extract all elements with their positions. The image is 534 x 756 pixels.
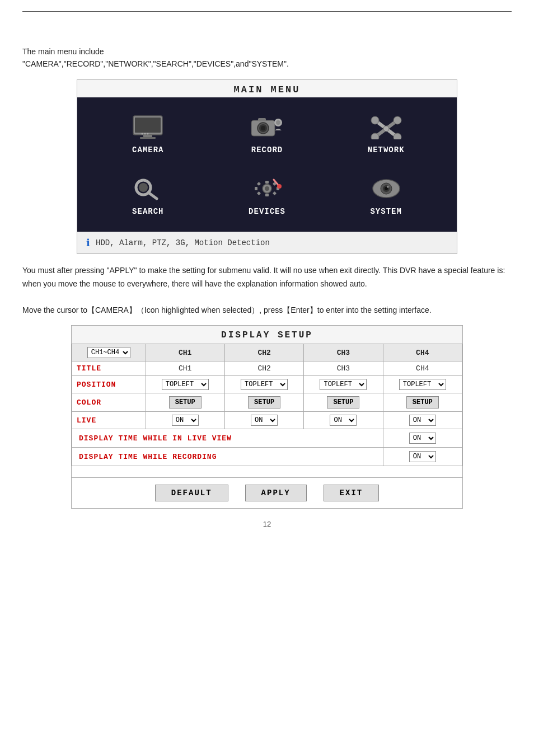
col-ch1: CH1 (146, 344, 224, 361)
pos-ch2[interactable]: TOPLEFTTOPRIGHTBOTLEFTBOTRIGHT (224, 376, 303, 393)
record-icon (249, 113, 285, 141)
svg-rect-33 (273, 191, 277, 195)
svg-rect-2 (143, 135, 152, 137)
pos-ch4[interactable]: TOPLEFTTOPRIGHTBOTLEFTBOTRIGHT (383, 376, 462, 393)
spacer-row (72, 466, 462, 477)
display-time-rec-select[interactable]: ONOFF (409, 451, 436, 462)
svg-point-17 (394, 116, 401, 124)
position-label: POSITION (72, 376, 146, 393)
network-icon (368, 113, 404, 141)
svg-rect-11 (258, 118, 266, 121)
live-row: LIVE ONOFF ONOFF ONOFF (72, 412, 462, 429)
col-ch2: CH2 (224, 344, 303, 361)
svg-rect-30 (257, 182, 261, 186)
camera-intro: Move the cursor to【CAMERA】（Icon highligh… (22, 304, 512, 317)
svg-point-6 (147, 133, 149, 134)
col-ch4: CH4 (383, 344, 462, 361)
system-label: SYSTEM (370, 207, 401, 216)
setup-footer: DEFAULT APPLY EXIT (72, 477, 462, 508)
pos-ch3-select[interactable]: TOPLEFTTOPRIGHTBOTLEFTBOTRIGHT (320, 379, 367, 390)
color-ch4-btn[interactable]: SETUP (406, 396, 439, 408)
svg-rect-3 (140, 137, 156, 139)
svg-rect-32 (257, 191, 261, 195)
color-label: COLOR (72, 393, 146, 412)
live-ch2-select[interactable]: ONOFF (251, 415, 278, 426)
pos-ch1-select[interactable]: TOPLEFTTOPRIGHTBOTLEFTBOTRIGHT (162, 379, 209, 390)
display-setup-box: DISPLAY SETUP CH1~CH4 CH1 CH2 CH3 CH4 CH… (71, 325, 463, 509)
default-button[interactable]: DEFAULT (155, 485, 228, 501)
apply-button[interactable]: APPLY (245, 485, 307, 501)
display-time-live-value[interactable]: ONOFF (383, 429, 462, 448)
live-ch3-select[interactable]: ONOFF (330, 415, 357, 426)
menu-item-camera[interactable]: CAMERA (88, 103, 208, 165)
search-icon (130, 175, 166, 203)
info-icon: ℹ (86, 237, 90, 249)
color-ch1[interactable]: SETUP (146, 393, 224, 412)
pos-ch1[interactable]: TOPLEFTTOPRIGHTBOTLEFTBOTRIGHT (146, 376, 224, 393)
menu-item-record[interactable]: RECORD (208, 103, 327, 165)
svg-point-19 (394, 133, 401, 139)
display-time-live-row: DISPLAY TIME WHILE IN LIVE VIEW ONOFF (72, 429, 462, 448)
svg-rect-28 (255, 187, 257, 190)
title-label: TITLE (72, 361, 146, 376)
top-divider (22, 11, 512, 12)
display-time-rec-row: DISPLAY TIME WHILE RECORDING ONOFF (72, 448, 462, 466)
color-ch2-btn[interactable]: SETUP (248, 396, 280, 408)
live-label: LIVE (72, 412, 146, 429)
live-ch2[interactable]: ONOFF (224, 412, 303, 429)
ch-select[interactable]: CH1~CH4 CH1 CH2 CH3 CH4 (87, 347, 130, 358)
live-ch1-select[interactable]: ONOFF (172, 415, 199, 426)
title-ch3: CH3 (304, 361, 383, 376)
svg-point-25 (265, 186, 269, 191)
menu-item-devices[interactable]: DEVICES (208, 165, 327, 226)
title-ch2: CH2 (224, 361, 303, 376)
svg-point-16 (371, 116, 379, 124)
main-menu-title: MAIN MENU (77, 80, 457, 97)
display-time-live-select[interactable]: ONOFF (409, 433, 436, 444)
color-ch1-btn[interactable]: SETUP (169, 396, 202, 408)
live-ch3[interactable]: ONOFF (304, 412, 383, 429)
color-ch3[interactable]: SETUP (304, 393, 383, 412)
live-ch4-select[interactable]: ONOFF (409, 415, 436, 426)
setup-table: CH1~CH4 CH1 CH2 CH3 CH4 CH1 CH2 CH3 CH4 … (72, 344, 462, 477)
intro-line2: "CAMERA","RECORD","NETWORK","SEARCH","DE… (22, 58, 512, 70)
live-ch1[interactable]: ONOFF (146, 412, 224, 429)
color-ch4[interactable]: SETUP (383, 393, 462, 412)
color-ch3-btn[interactable]: SETUP (327, 396, 359, 408)
svg-rect-27 (265, 194, 269, 196)
menu-item-network[interactable]: NETWORK (326, 103, 446, 165)
pos-ch3[interactable]: TOPLEFTTOPRIGHTBOTLEFTBOTRIGHT (304, 376, 383, 393)
color-ch2[interactable]: SETUP (224, 393, 303, 412)
network-label: NETWORK (368, 145, 405, 154)
system-icon (368, 175, 404, 203)
svg-point-13 (276, 120, 280, 125)
menu-item-system[interactable]: SYSTEM (326, 165, 446, 226)
svg-line-23 (148, 192, 157, 199)
col-ch3: CH3 (304, 344, 383, 361)
title-ch4: CH4 (383, 361, 462, 376)
record-label: RECORD (251, 145, 283, 154)
pos-ch2-select[interactable]: TOPLEFTTOPRIGHTBOTLEFTBOTRIGHT (241, 379, 288, 390)
camera-label: CAMERA (132, 145, 163, 154)
exit-button[interactable]: EXIT (324, 485, 380, 501)
pos-ch4-select[interactable]: TOPLEFTTOPRIGHTBOTLEFTBOTRIGHT (399, 379, 446, 390)
color-row: COLOR SETUP SETUP SETUP SETUP (72, 393, 462, 412)
intro-text: The main menu include "CAMERA","RECORD",… (22, 45, 512, 71)
svg-point-10 (261, 126, 265, 130)
display-time-rec-value[interactable]: ONOFF (383, 448, 462, 466)
menu-footer: ℹ HDD, Alarm, PTZ, 3G, Motion Detection (77, 232, 457, 253)
display-time-live-label: DISPLAY TIME WHILE IN LIVE VIEW (72, 429, 383, 448)
svg-point-22 (139, 183, 148, 192)
intro-line1: The main menu include (22, 45, 512, 58)
main-menu-grid: CAMERA RECORD (77, 97, 457, 232)
devices-icon (249, 175, 285, 203)
search-label: SEARCH (132, 207, 163, 216)
svg-point-18 (371, 133, 379, 139)
menu-item-search[interactable]: SEARCH (88, 165, 208, 226)
svg-point-35 (277, 184, 282, 189)
live-ch4[interactable]: ONOFF (383, 412, 462, 429)
camera-icon (130, 113, 166, 141)
table-header-row: CH1~CH4 CH1 CH2 CH3 CH4 CH1 CH2 CH3 CH4 (72, 344, 462, 361)
page-number: 12 (22, 520, 512, 528)
col-ch1ch4[interactable]: CH1~CH4 CH1 CH2 CH3 CH4 (72, 344, 146, 361)
